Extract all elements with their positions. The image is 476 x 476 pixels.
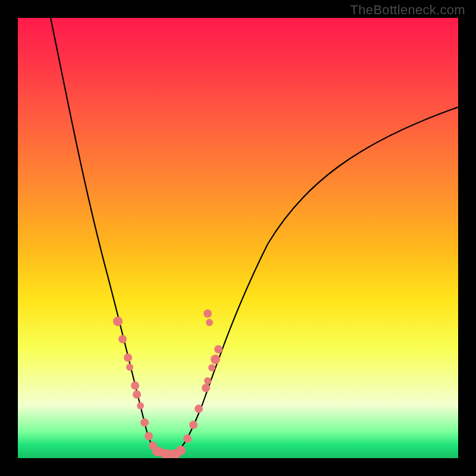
svg-point-18 bbox=[204, 377, 211, 384]
svg-point-23 bbox=[203, 309, 212, 318]
svg-point-19 bbox=[208, 364, 215, 371]
svg-point-0 bbox=[113, 317, 123, 326]
plot-area bbox=[18, 18, 458, 458]
svg-point-1 bbox=[118, 335, 127, 343]
svg-point-5 bbox=[133, 390, 141, 399]
watermark-text: TheBottleneck.com bbox=[350, 2, 465, 18]
svg-point-6 bbox=[137, 402, 144, 409]
svg-point-2 bbox=[124, 353, 132, 362]
marker-dots bbox=[113, 309, 223, 458]
svg-point-15 bbox=[189, 421, 198, 429]
left-branch-curve bbox=[51, 18, 165, 454]
svg-point-22 bbox=[206, 319, 213, 326]
svg-point-14 bbox=[183, 434, 192, 443]
svg-point-3 bbox=[126, 364, 133, 371]
svg-point-8 bbox=[145, 432, 153, 440]
curve-svg bbox=[18, 18, 458, 458]
right-branch-curve bbox=[173, 107, 458, 454]
chart-frame: TheBottleneck.com bbox=[0, 0, 476, 476]
svg-point-4 bbox=[131, 381, 139, 390]
svg-point-7 bbox=[140, 418, 149, 427]
svg-point-16 bbox=[195, 405, 203, 413]
svg-point-17 bbox=[202, 384, 210, 392]
svg-point-21 bbox=[214, 345, 223, 353]
svg-point-20 bbox=[211, 355, 220, 364]
svg-point-13 bbox=[176, 446, 186, 455]
